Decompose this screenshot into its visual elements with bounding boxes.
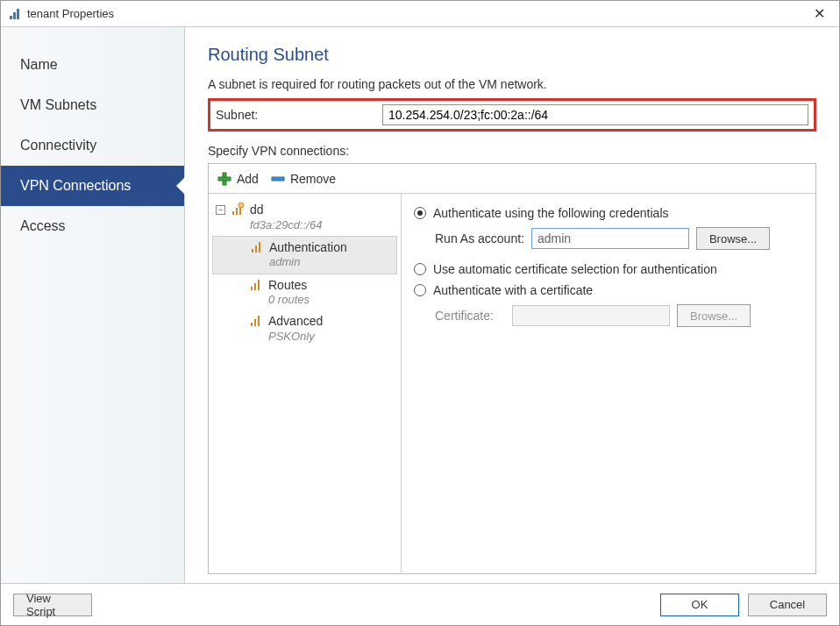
svg-rect-18 [258, 316, 260, 326]
sidebar-item-connectivity[interactable]: Connectivity [1, 125, 184, 166]
remove-label: Remove [290, 172, 336, 186]
cancel-button[interactable]: Cancel [748, 594, 827, 616]
svg-rect-1 [13, 12, 16, 19]
tree-item-label: Routes [268, 278, 310, 294]
tree-root-name: dd [250, 203, 322, 218]
svg-rect-15 [258, 280, 260, 290]
certificate-input [512, 305, 670, 326]
add-button[interactable]: Add [217, 172, 259, 186]
browse-credentials-button[interactable]: Browse... [696, 227, 770, 250]
sidebar-item-vm-subnets[interactable]: VM Subnets [1, 85, 184, 125]
tree-item-advanced[interactable]: Advanced PSKOnly [209, 310, 401, 347]
routes-icon [249, 278, 263, 292]
svg-rect-11 [255, 245, 257, 253]
svg-rect-6 [232, 211, 234, 215]
certificate-row: Certificate: Browse... [435, 304, 803, 327]
tree-item-sub: 0 routes [268, 293, 310, 307]
radio-cert[interactable]: Authenticate with a certificate [414, 280, 803, 301]
close-icon[interactable]: ✕ [807, 4, 832, 24]
advanced-icon [249, 314, 263, 328]
svg-point-9 [238, 203, 244, 208]
svg-rect-14 [254, 283, 256, 290]
host-icon [231, 203, 245, 217]
sidebar: Name VM Subnets Connectivity VPN Connect… [1, 27, 185, 583]
radio-unselected-icon [414, 263, 426, 275]
svg-rect-13 [251, 287, 253, 290]
sidebar-item-vpn-connections[interactable]: VPN Connections [1, 166, 184, 206]
view-script-button[interactable]: View Script [13, 594, 92, 616]
properties-window: tenant Properties ✕ Name VM Subnets Conn… [0, 0, 840, 626]
page-title: Routing Subnet [208, 45, 816, 65]
vpn-tree: − dd fd3a:29cd::/64 [209, 194, 402, 573]
tree-root[interactable]: − dd fd3a:29cd::/64 [209, 199, 401, 236]
svg-rect-2 [17, 9, 19, 19]
radio-selected-icon [414, 207, 426, 219]
tree-item-sub: admin [269, 255, 347, 269]
radio-unselected-icon [414, 284, 426, 296]
vpn-connections-panel: Add Remove − [208, 163, 816, 574]
minus-icon [271, 174, 285, 183]
svg-rect-12 [259, 242, 260, 253]
collapse-icon[interactable]: − [216, 205, 225, 215]
sidebar-item-access[interactable]: Access [1, 206, 184, 246]
radio-credentials-label: Authenticate using the following credent… [433, 206, 669, 220]
svg-rect-5 [272, 177, 284, 181]
ok-button[interactable]: OK [660, 594, 739, 616]
tree-item-authentication[interactable]: Authentication admin [212, 236, 397, 274]
vpn-detail-panel: Authenticate using the following credent… [402, 194, 815, 573]
svg-rect-7 [236, 208, 238, 215]
subnet-label: Subnet: [216, 108, 382, 122]
tree-root-address: fd3a:29cd::/64 [250, 218, 322, 232]
page-description: A subnet is required for routing packets… [208, 77, 816, 91]
certificate-label: Certificate: [435, 309, 505, 323]
window-title: tenant Properties [27, 7, 807, 20]
auth-icon [250, 240, 264, 254]
specify-vpn-label: Specify VPN connections: [208, 144, 816, 158]
radio-auto-cert[interactable]: Use automatic certificate selection for … [414, 259, 803, 280]
titlebar: tenant Properties ✕ [1, 1, 839, 27]
radio-auto-cert-label: Use automatic certificate selection for … [433, 262, 717, 276]
svg-rect-17 [254, 319, 256, 326]
subnet-input[interactable] [382, 104, 808, 125]
radio-credentials[interactable]: Authenticate using the following credent… [414, 203, 803, 224]
dialog-footer: View Script OK Cancel [1, 583, 839, 625]
plus-icon [217, 172, 231, 186]
browse-certificate-button: Browse... [677, 304, 751, 327]
svg-rect-10 [252, 249, 253, 253]
run-as-row: Run As account: Browse... [435, 227, 803, 250]
tree-item-label: Advanced [268, 314, 323, 330]
tree-item-sub: PSKOnly [268, 330, 323, 344]
add-label: Add [237, 172, 259, 186]
main-panel: Routing Subnet A subnet is required for … [185, 27, 839, 583]
vpn-toolbar: Add Remove [209, 164, 815, 194]
run-as-label: Run As account: [435, 231, 524, 245]
run-as-input[interactable] [531, 228, 689, 249]
app-icon [8, 7, 22, 21]
subnet-row-highlight: Subnet: [208, 98, 816, 132]
tree-item-routes[interactable]: Routes 0 routes [209, 274, 401, 311]
svg-rect-16 [251, 323, 253, 326]
svg-rect-4 [218, 177, 231, 181]
svg-rect-0 [10, 16, 12, 19]
remove-button[interactable]: Remove [271, 172, 336, 186]
sidebar-item-name[interactable]: Name [1, 45, 184, 85]
radio-cert-label: Authenticate with a certificate [433, 283, 593, 297]
tree-item-label: Authentication [269, 240, 347, 256]
